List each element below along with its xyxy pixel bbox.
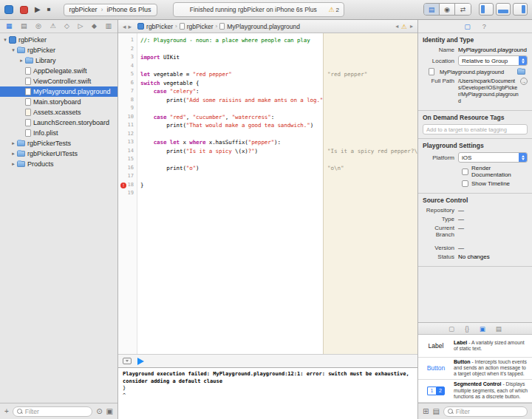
code-line[interactable]: switch vegetable { [140, 79, 323, 88]
standard-editor-button[interactable]: ▤ [424, 4, 440, 15]
navigator-item[interactable]: Info.plist [0, 128, 117, 138]
disclosure-icon[interactable]: ▸ [10, 151, 17, 157]
navigator-filter-field[interactable]: Filter [13, 406, 92, 417]
execute-playground-button[interactable] [137, 358, 144, 365]
record-icon[interactable] [20, 6, 28, 14]
disclosure-icon[interactable]: ▸ [10, 161, 17, 167]
code-line[interactable]: } [140, 181, 323, 190]
back-icon[interactable]: ◂ [123, 23, 129, 30]
library-item[interactable]: 12Segmented Control - Displays multiple … [418, 380, 532, 403]
scheme-selector[interactable]: rgbPicker › iPhone 6s Plus [64, 4, 157, 16]
warning-badge[interactable]: ⚠ 2 [328, 6, 339, 13]
navigator-item[interactable]: ▸Library [0, 55, 117, 66]
next-issue-icon[interactable]: ▸ [410, 23, 413, 30]
code-line[interactable]: case "celery": [140, 87, 323, 96]
toggle-navigator-button[interactable] [479, 3, 494, 16]
disclosure-icon[interactable]: ▸ [18, 58, 25, 64]
symbol-navigator-icon[interactable]: ▤ [21, 23, 27, 30]
resource-tags-field[interactable]: Add to a target to enable tagging [423, 124, 528, 134]
project-navigator-icon[interactable]: ▦ [6, 23, 13, 30]
scm-status-filter-icon[interactable]: ▣ [106, 408, 113, 415]
code-snippet-library-icon[interactable]: {} [465, 325, 469, 333]
navigator-item[interactable]: ▸rgbPickerTests [0, 138, 117, 149]
show-timeline-checkbox[interactable] [462, 180, 468, 187]
recent-files-filter-icon[interactable]: ⊙ [96, 408, 102, 415]
breadcrumb-item[interactable]: MyPlayground.playground [219, 23, 300, 30]
stop-button[interactable]: ■ [47, 6, 51, 13]
disclosure-icon[interactable]: ▾ [10, 47, 17, 53]
library-item[interactable]: ButtonButton - Intercepts touch events a… [418, 358, 532, 381]
navigator-item[interactable]: ViewController.swift [0, 76, 117, 86]
grid-view-icon[interactable]: ⊞ [423, 408, 429, 415]
code-text[interactable]: //: Playground - noun: a place where peo… [137, 33, 323, 354]
disclosure-icon[interactable]: ▾ [1, 37, 9, 43]
assistant-editor-button[interactable]: ◉ [440, 4, 455, 15]
choose-folder-icon[interactable] [517, 69, 525, 75]
object-library-icon[interactable]: ▣ [480, 325, 485, 333]
previous-issue-icon[interactable]: ◂ [395, 23, 398, 30]
code-line[interactable] [140, 155, 323, 164]
code-line[interactable] [140, 104, 323, 113]
code-line[interactable]: print("Is it a spicy \(x)?") [140, 147, 323, 156]
toggle-utilities-button[interactable] [513, 3, 528, 16]
debug-console[interactable]: Playground execution failed: MyPlaygroun… [118, 367, 417, 419]
breakpoint-navigator-icon[interactable]: ◆ [92, 23, 97, 30]
code-line[interactable]: print("o") [140, 164, 323, 173]
list-view-icon[interactable]: ▤ [432, 408, 439, 415]
library-filter-field[interactable]: Filter [443, 406, 528, 417]
debug-navigator-icon[interactable]: ▷ [78, 23, 83, 30]
file-template-library-icon[interactable]: ▢ [449, 325, 454, 333]
code-line[interactable] [140, 189, 323, 198]
navigator-item[interactable]: Assets.xcassets [0, 107, 117, 117]
code-line[interactable] [140, 130, 323, 139]
version-editor-button[interactable]: ⇄ [455, 4, 471, 15]
navigator-item[interactable]: AppDelegate.swift [0, 66, 117, 76]
item-label: Info.plist [33, 129, 58, 137]
file-inspector-icon[interactable]: ▢ [464, 23, 471, 30]
code-line[interactable]: //: Playground - noun: a place where peo… [140, 36, 323, 45]
history-back-forward[interactable]: ◂▸ [123, 23, 134, 30]
code-line[interactable] [140, 45, 323, 54]
run-destination[interactable]: iPhone 6s Plus [107, 6, 151, 13]
source-editor[interactable]: 123456789101112131415161718!19 //: Playg… [118, 33, 417, 354]
find-navigator-icon[interactable]: ◎ [35, 23, 41, 30]
test-navigator-icon[interactable]: ◇ [64, 23, 69, 30]
scheme-name[interactable]: rgbPicker [69, 6, 98, 13]
add-button[interactable]: + [4, 408, 9, 415]
navigator-item[interactable]: Main.storyboard [0, 97, 117, 107]
error-badge-icon[interactable]: ! [120, 183, 126, 188]
playground-result[interactable]: "o\n" [327, 164, 344, 173]
code-line[interactable]: let vegetable = "red pepper" [140, 70, 323, 79]
media-library-icon[interactable]: ▤ [496, 325, 502, 333]
code-line[interactable]: case let x where x.hasSuffix("pepper"): [140, 138, 323, 147]
code-line[interactable]: import UIKit [140, 53, 323, 62]
code-line[interactable]: print("Add some raisins and make ants on… [140, 96, 323, 105]
breadcrumb-item[interactable]: rgbPicker [137, 23, 173, 30]
code-line[interactable]: print("That would make a good tea sandwi… [140, 121, 323, 130]
navigator-item[interactable]: ▸rgbPickerUITests [0, 149, 117, 159]
navigator-item[interactable]: ▾rgbPicker [0, 35, 117, 45]
render-documentation-checkbox[interactable] [462, 168, 468, 175]
platform-popup[interactable]: iOS [458, 152, 528, 163]
playground-result[interactable]: "Is it a spicy red pepper?\n" [327, 147, 417, 156]
reveal-in-finder-icon[interactable]: → [520, 78, 528, 85]
breadcrumb-item[interactable]: rgbPicker [180, 23, 214, 30]
navigator-item[interactable]: LaunchScreen.storyboard [0, 117, 117, 128]
issue-navigator-icon[interactable]: ⚠ [50, 23, 55, 30]
hide-console-icon[interactable] [123, 358, 132, 364]
code-line[interactable] [140, 62, 323, 71]
navigator-item[interactable]: ▾rgbPicker [0, 45, 117, 55]
report-navigator-icon[interactable]: ▥ [105, 23, 112, 30]
forward-icon[interactable]: ▸ [129, 23, 134, 30]
navigator-item[interactable]: MyPlayground.playground [0, 86, 117, 97]
location-popup[interactable]: Relative to Group [458, 55, 528, 66]
code-line[interactable] [140, 172, 323, 181]
code-line[interactable]: case "red", "cucumber", "watercress": [140, 113, 323, 122]
run-button[interactable]: ▶ [35, 6, 41, 13]
disclosure-icon[interactable]: ▸ [10, 140, 17, 146]
toggle-debug-area-button[interactable] [496, 3, 511, 16]
quick-help-inspector-icon[interactable]: ? [482, 23, 486, 30]
navigator-item[interactable]: ▸Products [0, 159, 117, 169]
library-item[interactable]: LabelLabel - A variably sized amount of … [418, 335, 532, 358]
playground-result[interactable]: "red pepper" [327, 70, 367, 79]
